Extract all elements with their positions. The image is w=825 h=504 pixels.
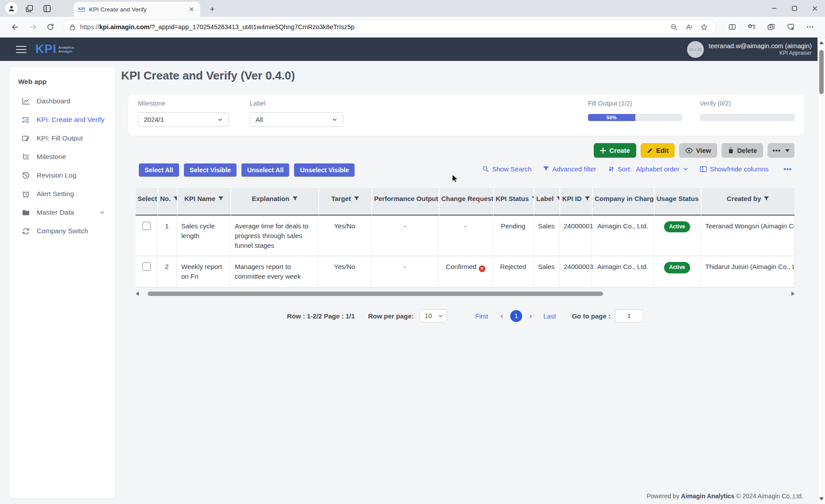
cell-label: Sales — [534, 256, 559, 288]
label-select[interactable]: All — [250, 112, 343, 127]
show-search-button[interactable]: Show Search — [482, 165, 531, 173]
view-button[interactable]: View — [679, 143, 717, 158]
scroll-left-icon[interactable] — [136, 292, 139, 296]
app-logo[interactable]: KPI Analytics Aimagin — [35, 43, 74, 55]
column-header-kpi-id[interactable]: KPI ID — [559, 188, 592, 216]
cell-usage-status: Active — [654, 216, 701, 256]
milestone-label: Milestone — [138, 100, 165, 107]
column-header-label[interactable]: Label — [534, 188, 559, 216]
column-header-performance-output[interactable]: Performance Output — [371, 188, 439, 216]
advanced-filter-button[interactable]: Advanced filter — [543, 165, 596, 173]
settings-more-icon[interactable] — [800, 19, 820, 35]
sort-control[interactable]: Sort: Alphabet order — [608, 165, 688, 173]
filter-funnel-icon[interactable] — [584, 196, 590, 201]
row-checkbox[interactable] — [142, 222, 151, 230]
window-maximize-button[interactable] — [784, 0, 805, 17]
filter-funnel-icon[interactable] — [531, 196, 534, 201]
goto-page-input[interactable] — [615, 310, 643, 322]
column-header-created-by[interactable]: Created by — [701, 188, 794, 216]
cell-kpi-id: 24000003 — [559, 256, 592, 288]
status-badge: Active — [664, 262, 690, 273]
column-header-company-in-charge[interactable]: Company in Charge — [592, 188, 654, 216]
tab-actions-icon[interactable] — [38, 1, 56, 16]
filter-funnel-icon[interactable] — [354, 196, 359, 201]
favorites-bar-icon[interactable] — [742, 19, 761, 35]
browser-tab[interactable]: KPI KPI Create and Verify ✕ — [74, 2, 200, 17]
row-checkbox[interactable] — [142, 262, 151, 271]
pencil-icon — [647, 148, 653, 154]
pagination-prev-icon[interactable]: ‹ — [500, 311, 503, 321]
back-icon[interactable] — [6, 19, 24, 35]
scroll-right-icon[interactable] — [791, 292, 794, 296]
sidebar-item-revision-log[interactable]: Revision Log — [9, 166, 115, 185]
user-menu[interactable]: 32 x 32 teeranad.w@aimagin.com (aimagin)… — [687, 41, 812, 58]
tab-close-icon[interactable]: ✕ — [187, 5, 196, 14]
filter-funnel-icon[interactable] — [556, 196, 559, 201]
address-bar[interactable]: https://kpi.aimagin.com/?_appId=app_1702… — [63, 19, 716, 34]
scroll-down-icon[interactable] — [819, 497, 824, 500]
window-minimize-button[interactable] — [764, 0, 784, 17]
select-visible-button[interactable]: Select Visible — [184, 163, 237, 177]
lock-icon — [69, 24, 76, 30]
filter-funnel-icon[interactable] — [764, 196, 769, 201]
create-button[interactable]: Create — [594, 143, 636, 158]
vertical-scroll-thumb[interactable] — [819, 50, 824, 94]
unselect-all-button[interactable]: Unselect All — [241, 163, 289, 177]
edit-button[interactable]: Edit — [641, 143, 675, 158]
hamburger-menu-icon[interactable] — [16, 46, 27, 53]
collections-icon[interactable] — [761, 19, 781, 35]
filter-funnel-icon[interactable] — [173, 196, 177, 201]
split-screen-icon[interactable] — [722, 19, 742, 35]
chevron-down-icon — [438, 314, 443, 318]
cell-no: 2 — [157, 256, 177, 288]
refresh-icon[interactable] — [42, 19, 59, 35]
show-hide-columns-button[interactable]: Show/Hide columns — [700, 165, 769, 173]
pagination-last[interactable]: Last — [543, 312, 556, 320]
table-row: 1Sales cycle lengthAverage time for deal… — [136, 216, 794, 256]
column-header-usage-status[interactable]: Usage Status — [654, 188, 701, 216]
pagination-first[interactable]: First — [475, 312, 488, 320]
read-aloud-icon[interactable] — [681, 20, 696, 34]
row-per-page-select[interactable]: 10 — [419, 309, 447, 322]
unselect-visible-button[interactable]: Unselect Visible — [294, 163, 355, 177]
logo-aimagin-text: Aimagin — [58, 49, 74, 53]
sidebar-item-kpi-create-and-verify[interactable]: KPI: Create and Verify — [9, 110, 115, 129]
scroll-up-icon[interactable] — [819, 41, 824, 44]
sidebar-item-kpi-fill-output[interactable]: KPI: Fill Output — [9, 129, 115, 148]
sidebar-item-master-data[interactable]: Master Data — [9, 203, 115, 222]
more-actions-button[interactable]: ••• — [768, 143, 794, 158]
sidebar-item-alert-setting[interactable]: Alert Setting — [9, 185, 115, 203]
favorite-star-icon[interactable] — [696, 20, 711, 34]
filter-funnel-icon[interactable] — [218, 196, 224, 201]
pagination-page-1[interactable]: 1 — [510, 310, 522, 322]
action-buttons: Create Edit View Delete ••• — [594, 143, 794, 158]
window-close-button[interactable] — [805, 0, 825, 17]
column-header-change-request[interactable]: Change Request — [439, 188, 493, 216]
sidebar-item-company-switch[interactable]: Company Switch — [9, 222, 115, 240]
column-header-no[interactable]: No. — [157, 188, 177, 216]
new-tab-button[interactable]: + — [206, 4, 218, 15]
filter-funnel-icon[interactable] — [292, 196, 298, 201]
select-all-button[interactable]: Select All — [139, 163, 179, 177]
column-header-target[interactable]: Target — [318, 188, 371, 216]
horizontal-scroll-thumb[interactable] — [148, 292, 603, 296]
verify-progress — [700, 114, 794, 121]
browser-essentials-icon[interactable] — [781, 19, 800, 35]
browser-profile-icon[interactable] — [5, 2, 18, 15]
sidebar-item-dashboard[interactable]: Dashboard — [9, 92, 115, 110]
vertical-scrollbar[interactable] — [817, 38, 825, 504]
pagination-next-icon[interactable]: › — [529, 311, 532, 321]
label-filter-label: Label — [250, 100, 265, 107]
column-header-kpi-status[interactable]: KPI Status — [493, 188, 534, 216]
column-header-kpi-name[interactable]: KPI Name — [177, 188, 230, 216]
zoom-out-icon[interactable] — [666, 20, 681, 34]
sidebar-item-milestone[interactable]: Milestone — [9, 148, 115, 166]
forward-icon[interactable] — [24, 19, 42, 35]
milestone-select[interactable]: 2024/1 — [138, 112, 229, 127]
column-header-explanation[interactable]: Explanation — [230, 188, 318, 216]
delete-button[interactable]: Delete — [722, 143, 763, 158]
horizontal-scrollbar[interactable] — [136, 290, 794, 297]
workspaces-icon[interactable] — [20, 1, 38, 16]
table-more-button[interactable]: ••• — [783, 165, 792, 173]
sidebar-section-label: Web app — [9, 67, 115, 92]
